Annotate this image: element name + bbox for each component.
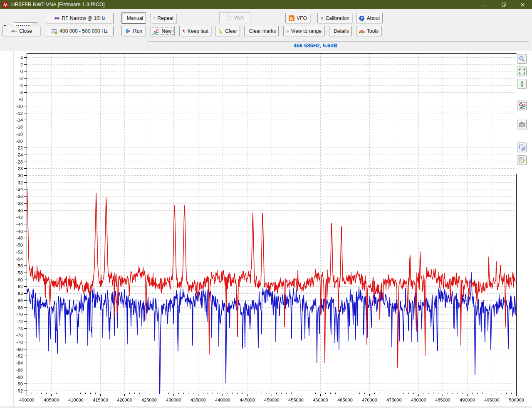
- cursor-readout-panel: 456 585Hz, 5.6dB: [148, 41, 529, 49]
- about-label: About: [367, 15, 380, 21]
- window-bottom-edge: [0, 406, 532, 408]
- bar-chart-icon: [124, 15, 125, 21]
- sparkle-icon: [226, 15, 232, 21]
- question-icon: ?: [359, 15, 365, 21]
- status-row: 456 585Hz, 5.6dB: [0, 40, 532, 51]
- window-title: UR5FFR NWT-VNA [Firmware 1.3;PICO]: [11, 2, 105, 7]
- vna-label: VNA: [234, 15, 244, 21]
- run-label: Run: [133, 28, 142, 34]
- clear-label: Clear: [225, 28, 237, 34]
- fit-window-icon: [519, 68, 525, 75]
- restore-button[interactable]: [495, 0, 513, 9]
- fit-window-button[interactable]: [517, 66, 527, 76]
- new-label: New: [161, 28, 171, 34]
- spectrum-chart[interactable]: [0, 51, 532, 408]
- rf-narrow-label: RF Narrow @ 10Hz: [62, 15, 106, 21]
- zoom-button[interactable]: [517, 54, 527, 64]
- calibration-label: Calibration: [326, 15, 349, 21]
- repeat-button[interactable]: Repeat: [151, 13, 176, 23]
- svg-text:?: ?: [361, 16, 363, 20]
- plug-icon: [11, 29, 17, 34]
- minimize-button[interactable]: [476, 0, 495, 9]
- dual-dots-icon: [54, 16, 60, 20]
- copy-icon: [519, 144, 525, 151]
- screenshot-icon: [519, 121, 525, 128]
- chart-widget-edge: [13, 51, 14, 406]
- close-window-button[interactable]: [513, 0, 532, 9]
- film-strip-icon: [153, 15, 155, 21]
- details-label: Details: [334, 28, 349, 34]
- clear-marks-button[interactable]: Clear marks: [244, 26, 279, 36]
- keep-last-label: Keep last: [188, 28, 208, 34]
- repeat-label: Repeat: [157, 15, 173, 21]
- frequency-range-label: 400 000 - 500 000 Hz: [59, 28, 107, 34]
- sheet-gear-icon: [52, 28, 57, 34]
- new-button[interactable]: New: [151, 26, 175, 36]
- window-controls: [476, 0, 532, 9]
- vfo-button[interactable]: VFO: [285, 13, 310, 23]
- titlebar: UR5FFR NWT-VNA [Firmware 1.3;PICO]: [0, 0, 532, 9]
- calibration-button[interactable]: Calibration: [317, 13, 352, 23]
- keep-last-button[interactable]: Keep last: [179, 26, 211, 36]
- manual-button[interactable]: Manual: [121, 12, 146, 24]
- tools-button[interactable]: Tools: [356, 26, 381, 36]
- zoom-icon: [519, 56, 525, 62]
- close-label: Close: [19, 28, 32, 34]
- tools-label: Tools: [367, 28, 379, 34]
- chart-settings-button[interactable]: [517, 101, 527, 110]
- gear-icon: [320, 15, 324, 21]
- chart-panel: [0, 51, 532, 408]
- clear-marks-label: Clear marks: [249, 28, 276, 34]
- chart-plus-icon: [153, 28, 159, 34]
- restore-icon: [502, 2, 506, 7]
- minimize-icon: [483, 2, 487, 7]
- view-to-range-label: View to range: [291, 28, 322, 34]
- pin-arrow-icon: [182, 28, 186, 34]
- app-window: UR5FFR NWT-VNA [Firmware 1.3;PICO] Port …: [0, 0, 532, 408]
- view-to-range-button[interactable]: View to range: [283, 26, 324, 36]
- fit-vertical-icon: [519, 81, 525, 87]
- print-icon: [519, 157, 525, 164]
- vfo-label: VFO: [297, 15, 307, 21]
- rainbow-icon: [359, 28, 365, 34]
- vna-button: VNA: [219, 12, 250, 23]
- run-button[interactable]: Run: [121, 26, 146, 36]
- play-icon: [125, 28, 131, 34]
- rf-narrow-button[interactable]: RF Narrow @ 10Hz: [46, 13, 114, 23]
- pan-arrows-icon: [286, 28, 289, 34]
- toolbar: Port COM6 RF Narrow @ 10Hz Manual Repeat…: [0, 9, 532, 40]
- close-icon: [520, 2, 525, 7]
- copy-button[interactable]: [517, 143, 527, 152]
- fit-vertical-button[interactable]: [517, 79, 527, 88]
- broom-icon: [218, 28, 223, 34]
- details-button[interactable]: Details: [329, 26, 351, 36]
- screenshot-button[interactable]: [517, 120, 527, 129]
- clear-button[interactable]: Clear: [215, 26, 240, 36]
- frequency-range-button[interactable]: 400 000 - 500 000 Hz: [46, 26, 114, 36]
- cursor-readout: 456 585Hz, 5.6dB: [294, 42, 338, 49]
- app-icon: [2, 2, 8, 8]
- print-button[interactable]: [517, 155, 527, 165]
- about-button[interactable]: ? About: [356, 13, 383, 23]
- chart-settings-icon: [519, 102, 525, 109]
- rss-icon: [289, 15, 294, 21]
- manual-label: Manual: [127, 15, 143, 21]
- close-button[interactable]: Close: [2, 26, 40, 36]
